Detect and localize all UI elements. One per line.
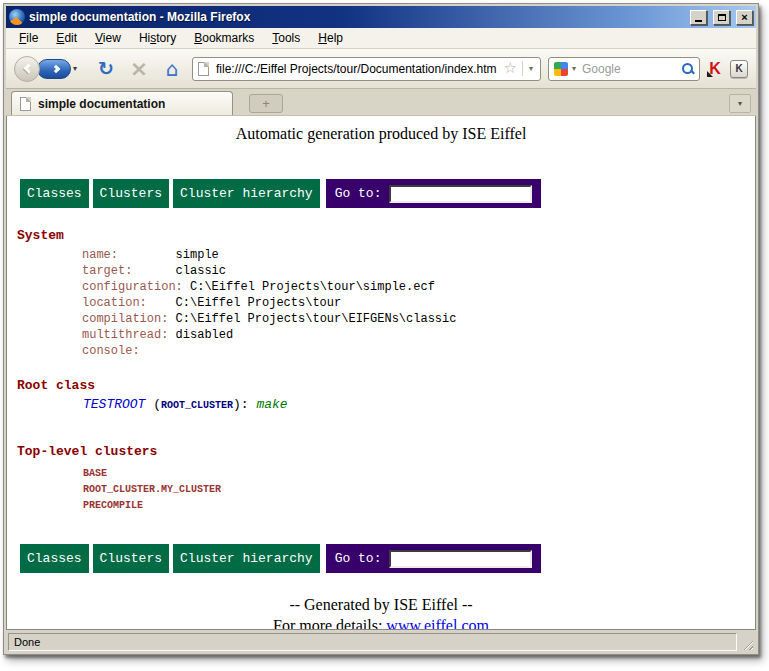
new-tab-button[interactable]: + xyxy=(249,94,283,113)
tab-simple-documentation[interactable]: simple documentation xyxy=(11,91,233,115)
page-footer: -- Generated by ISE Eiffel -- For more d… xyxy=(7,596,755,630)
menu-tools[interactable]: Tools xyxy=(263,28,309,48)
bookmark-star-icon[interactable]: ☆ xyxy=(504,61,517,76)
menu-bookmarks[interactable]: Bookmarks xyxy=(185,28,263,48)
cluster-list: BASE ROOT_CLUSTER.MY_CLUSTER PRECOMPILE xyxy=(83,466,755,514)
tab-label: simple documentation xyxy=(38,97,165,111)
system-row: name:simple xyxy=(82,247,755,263)
system-row: multithread:disabled xyxy=(82,327,755,343)
k-key-button[interactable]: K xyxy=(730,60,748,78)
creation-procedure-link[interactable]: make xyxy=(256,397,287,412)
menu-bar: File Edit View History Bookmarks Tools H… xyxy=(6,28,756,49)
kaspersky-icon[interactable]: K xyxy=(707,60,723,78)
goto-box: Go to: xyxy=(326,544,542,573)
goto-label: Go to: xyxy=(335,186,382,201)
clusters-button[interactable]: Clusters xyxy=(93,179,169,208)
close-button[interactable]: × xyxy=(736,10,753,25)
back-forward-group: ▾ xyxy=(14,55,86,83)
google-search-engine-icon[interactable] xyxy=(554,62,568,76)
doc-nav-bottom: Classes Clusters Cluster hierarchy Go to… xyxy=(20,544,755,573)
back-icon xyxy=(23,64,33,74)
menu-view[interactable]: View xyxy=(86,28,130,48)
firefox-logo-icon xyxy=(9,9,25,25)
status-text: Done xyxy=(8,633,737,651)
cluster-link-precompile[interactable]: PRECOMPILE xyxy=(83,498,755,514)
eiffel-website-link[interactable]: www.eiffel.com xyxy=(386,617,489,630)
minimize-icon xyxy=(695,20,702,22)
page-title: Automatic generation produced by ISE Eif… xyxy=(7,125,755,143)
root-class-line: TESTROOT (ROOT_CLUSTER): make xyxy=(83,397,755,427)
history-dropdown-button[interactable]: ▾ xyxy=(73,64,77,73)
maximize-button[interactable] xyxy=(713,10,730,25)
menu-help[interactable]: Help xyxy=(309,28,352,48)
status-bar: Done xyxy=(6,631,756,652)
tab-bar: simple documentation + ▾ xyxy=(6,89,756,116)
stop-button[interactable]: × xyxy=(126,56,152,82)
menu-history[interactable]: History xyxy=(130,28,185,48)
system-row: location:C:\Eiffel Projects\tour xyxy=(82,295,755,311)
resize-grip[interactable] xyxy=(740,633,754,651)
cluster-hierarchy-button[interactable]: Cluster hierarchy xyxy=(173,179,320,208)
tab-favicon-icon xyxy=(20,97,31,111)
system-row: target:classic xyxy=(82,263,755,279)
forward-icon xyxy=(52,64,60,72)
navigation-toolbar: ▾ ↻ × ⌂ ☆ ▾ ▾ K K xyxy=(6,49,756,89)
classes-button[interactable]: Classes xyxy=(20,544,89,573)
system-heading: System xyxy=(17,228,755,243)
stop-icon: × xyxy=(130,59,148,79)
cluster-link-base[interactable]: BASE xyxy=(83,466,755,482)
root-class-heading: Root class xyxy=(17,378,755,393)
reload-button[interactable]: ↻ xyxy=(93,56,119,82)
minimize-button[interactable] xyxy=(690,10,707,25)
page-content: Automatic generation produced by ISE Eif… xyxy=(6,116,756,630)
search-icon[interactable] xyxy=(682,63,694,75)
url-dropdown-button[interactable]: ▾ xyxy=(522,61,535,76)
system-row: configuration:C:\Eiffel Projects\tour\si… xyxy=(82,279,755,295)
plus-icon: + xyxy=(262,97,270,110)
goto-input[interactable] xyxy=(389,185,532,203)
search-engine-dropdown-button[interactable]: ▾ xyxy=(572,64,576,73)
classes-button[interactable]: Classes xyxy=(20,179,89,208)
top-level-clusters-heading: Top-level clusters xyxy=(17,444,755,459)
forward-button[interactable] xyxy=(37,59,71,79)
root-class-link[interactable]: TESTROOT xyxy=(83,397,145,412)
home-button[interactable]: ⌂ xyxy=(159,56,185,82)
search-input[interactable] xyxy=(580,61,678,77)
home-icon: ⌂ xyxy=(166,59,179,79)
chevron-down-icon: ▾ xyxy=(738,99,742,108)
goto-box: Go to: xyxy=(326,179,542,208)
goto-input[interactable] xyxy=(389,550,532,568)
reload-icon: ↻ xyxy=(98,59,114,78)
cluster-hierarchy-button[interactable]: Cluster hierarchy xyxy=(173,544,320,573)
menu-edit[interactable]: Edit xyxy=(47,28,86,48)
details-line: For more details: www.eiffel.com xyxy=(7,617,755,630)
page-favicon-icon xyxy=(198,62,209,76)
cluster-link-my-cluster[interactable]: ROOT_CLUSTER.MY_CLUSTER xyxy=(83,482,755,498)
system-properties: name:simple target:classic configuration… xyxy=(82,247,755,359)
list-all-tabs-button[interactable]: ▾ xyxy=(729,94,751,113)
back-button[interactable] xyxy=(14,56,40,82)
system-row: console: xyxy=(82,343,755,359)
address-bar: ☆ ▾ xyxy=(192,57,541,81)
clusters-button[interactable]: Clusters xyxy=(93,544,169,573)
root-cluster-link[interactable]: ROOT_CLUSTER xyxy=(161,400,233,411)
system-row: compilation:C:\Eiffel Projects\tour\EIFG… xyxy=(82,311,755,327)
search-box: ▾ xyxy=(548,57,700,81)
window-title: simple documentation - Mozilla Firefox xyxy=(29,10,684,24)
goto-label: Go to: xyxy=(335,551,382,566)
menu-file[interactable]: File xyxy=(10,28,47,48)
url-input[interactable] xyxy=(214,61,499,77)
title-bar: simple documentation - Mozilla Firefox × xyxy=(6,6,756,28)
close-icon: × xyxy=(741,12,747,23)
browser-window: simple documentation - Mozilla Firefox ×… xyxy=(3,3,759,655)
maximize-icon xyxy=(718,14,726,21)
generated-by-line: -- Generated by ISE Eiffel -- xyxy=(7,596,755,614)
doc-nav-top: Classes Clusters Cluster hierarchy Go to… xyxy=(20,179,755,208)
